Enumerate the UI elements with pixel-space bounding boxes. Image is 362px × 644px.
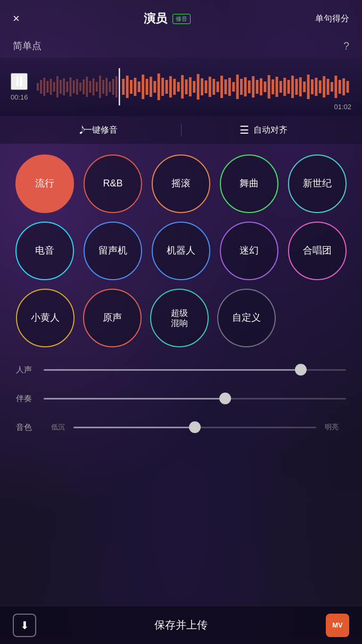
waveform-container[interactable] [37,68,351,105]
tune-label: 一键修音 [84,125,118,136]
style-xinshiji[interactable]: 新世纪 [288,154,347,213]
styles-row-2: 电音 留声机 机器人 迷幻 合唱团 [11,222,351,280]
svg-rect-54 [236,75,238,99]
timbre-thumb[interactable] [189,421,201,433]
svg-rect-58 [252,76,254,97]
timbre-fill [73,427,195,428]
waveform-section: ⏸ 00:16 [0,58,362,116]
svg-rect-83 [119,68,120,105]
song-title: 演员 [144,11,167,27]
style-mihuan[interactable]: 迷幻 [220,222,278,280]
svg-rect-26 [126,76,128,98]
svg-rect-2 [43,78,45,96]
style-yuansheng[interactable]: 原声 [83,289,142,347]
help-icon[interactable]: ? [343,40,349,52]
action-buttons: 𝅘𝅥𝅮 一键修音 ☰ 自动对齐 [0,116,362,144]
accomp-thumb[interactable] [219,393,231,404]
sliders-section: 人声 伴奏 音色 低沉 明亮 [0,353,362,439]
svg-rect-44 [196,74,199,100]
svg-rect-45 [201,78,203,95]
svg-rect-12 [76,79,78,95]
svg-rect-76 [323,76,325,97]
svg-rect-4 [50,79,52,95]
svg-rect-70 [299,77,301,96]
score-button[interactable]: 单句得分 [315,13,349,25]
style-rnb[interactable]: R&B [84,154,142,213]
svg-rect-10 [69,77,71,96]
svg-rect-28 [134,78,136,96]
svg-rect-75 [318,80,321,93]
style-yaogong[interactable]: 摇滚 [152,154,210,213]
pause-button[interactable]: ⏸ [11,73,28,90]
style-diyin[interactable]: 电音 [15,222,74,280]
current-time: 00:16 [11,93,28,101]
vocal-thumb[interactable] [295,364,307,376]
style-liuxing[interactable]: 流行 [15,154,74,213]
mv-label: MV [332,621,343,629]
svg-rect-39 [177,82,179,92]
accomp-slider[interactable] [44,398,346,400]
svg-rect-42 [188,77,191,96]
save-upload-button[interactable]: 保存并上传 [36,618,326,632]
style-wuqu[interactable]: 舞曲 [220,154,278,213]
svg-rect-30 [142,75,144,99]
svg-rect-37 [169,76,171,97]
svg-rect-32 [149,77,152,97]
style-xiaohuangren[interactable]: 小黄人 [16,289,75,347]
auto-align-button[interactable]: ☰ 自动对齐 [182,124,347,136]
svg-rect-60 [259,78,262,95]
end-time: 01:02 [334,103,351,111]
style-liushengji[interactable]: 留声机 [84,222,142,280]
svg-rect-64 [275,77,278,97]
svg-rect-40 [181,75,184,99]
svg-rect-8 [63,78,65,95]
svg-rect-73 [311,79,314,94]
svg-rect-21 [105,78,108,96]
svg-rect-13 [79,83,81,91]
timbre-slider[interactable] [73,427,316,428]
svg-rect-7 [60,80,62,94]
svg-rect-82 [346,81,349,93]
header-title-group: 演员 修音 [144,11,191,27]
svg-rect-34 [157,74,160,100]
styles-row-3: 小黄人 原声 超级混响 自定义 [11,289,351,347]
timbre-high-label: 明亮 [325,422,346,432]
svg-rect-31 [145,79,148,95]
vocal-slider[interactable] [44,369,346,371]
svg-rect-22 [109,81,111,92]
style-hechangtuan[interactable]: 合唱团 [288,222,347,280]
style-chaojihunxiang[interactable]: 超级混响 [150,289,209,347]
svg-rect-74 [315,78,317,96]
svg-rect-78 [331,82,333,92]
svg-rect-33 [153,81,156,93]
svg-rect-38 [173,79,176,95]
svg-rect-66 [283,78,286,96]
svg-rect-55 [240,79,243,95]
close-button[interactable]: × [13,13,20,25]
svg-rect-9 [66,81,68,92]
align-icon: ☰ [240,124,249,136]
svg-rect-16 [89,81,91,93]
accomp-label: 伴奏 [16,394,35,404]
style-jiqiren[interactable]: 机器人 [152,222,210,280]
svg-rect-67 [287,80,290,94]
svg-rect-68 [291,76,294,98]
svg-rect-71 [303,81,306,92]
download-button[interactable]: ⬇ [13,614,36,637]
svg-rect-43 [193,81,195,93]
svg-rect-65 [279,81,282,93]
svg-rect-19 [99,76,101,98]
svg-rect-25 [122,79,125,95]
one-key-tune-button[interactable]: 𝅘𝅥𝅮 一键修音 [16,124,181,136]
timbre-label: 音色 [16,422,35,433]
svg-rect-59 [256,80,258,94]
play-controls: ⏸ 00:16 [11,73,28,101]
svg-rect-1 [40,80,42,94]
align-label: 自动对齐 [253,125,287,136]
style-zidingyi[interactable]: 自定义 [217,289,276,347]
svg-rect-69 [295,79,298,95]
mv-button[interactable]: MV [326,614,349,637]
svg-rect-36 [165,80,168,94]
svg-rect-3 [46,81,48,93]
waveform-visual [37,68,351,105]
